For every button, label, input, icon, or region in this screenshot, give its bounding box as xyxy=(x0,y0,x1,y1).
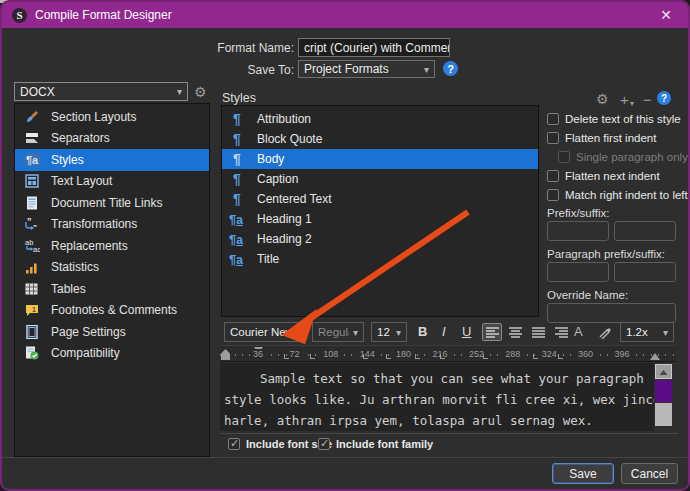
save-to-dropdown[interactable]: Project Formats xyxy=(298,60,435,78)
sidebar-item-label: Compatibility xyxy=(51,346,120,360)
override-name-input[interactable] xyxy=(547,303,676,323)
sidebar-item-text-layout[interactable]: Text Layout xyxy=(15,171,209,193)
style-preview: Sample text so that you can see what you… xyxy=(220,363,654,431)
font-variant-value: Regular xyxy=(318,326,349,338)
style-row-heading-1[interactable]: ¶a Heading 1 xyxy=(222,209,538,229)
compile-format-designer-dialog: S Compile Format Designer ✕ Format Name:… xyxy=(0,0,690,491)
color-swatch-purple[interactable] xyxy=(655,380,672,402)
paragraph-character-style-icon: ¶a xyxy=(229,212,249,227)
preview-line: style looks like. Ju arthran morvit fli … xyxy=(220,389,654,410)
sidebar-item-footnotes-comments[interactable]: 1 Footnotes & Comments xyxy=(15,300,209,322)
align-right-button[interactable] xyxy=(551,323,571,341)
checkbox-box[interactable] xyxy=(547,189,559,201)
styles-icon: ¶a xyxy=(23,152,40,168)
font-size-dropdown[interactable]: 12 xyxy=(371,322,407,342)
styles-panel-title: Styles xyxy=(222,91,256,105)
style-row-body[interactable]: ¶ Body xyxy=(222,149,538,169)
checkbox-single-paragraph-only: Single paragraph only xyxy=(558,151,688,163)
help-icon[interactable]: ? xyxy=(443,61,458,76)
line-spacing-dropdown[interactable]: 1.2x xyxy=(620,322,674,342)
style-row-attribution[interactable]: ¶ Attribution xyxy=(222,109,538,129)
paragraph-character-style-icon: ¶a xyxy=(229,232,249,247)
page-settings-icon xyxy=(23,324,40,340)
align-center-button[interactable] xyxy=(505,323,525,341)
sidebar-item-separators[interactable]: Separators xyxy=(15,128,209,150)
styles-help-icon[interactable]: ? xyxy=(657,91,671,105)
align-justify-button[interactable] xyxy=(528,323,548,341)
window-title: Compile Format Designer xyxy=(35,8,172,22)
sidebar-item-tables[interactable]: Tables xyxy=(15,278,209,300)
format-gear-icon[interactable] xyxy=(194,83,207,101)
paragraph-prefix-input[interactable] xyxy=(547,262,609,282)
checkbox-box[interactable] xyxy=(547,132,559,144)
sidebar-item-page-settings[interactable]: Page Settings xyxy=(15,321,209,343)
styles-gear-icon[interactable] xyxy=(596,90,609,108)
highlight-pen-icon[interactable] xyxy=(594,323,614,341)
font-family-dropdown[interactable]: Courier New xyxy=(224,322,304,342)
sidebar-item-statistics[interactable]: Statistics xyxy=(15,257,209,279)
paragraph-character-style-icon: ¶a xyxy=(229,252,249,267)
line-spacing-value: 1.2x xyxy=(626,326,659,338)
sidebar-item-label: Page Settings xyxy=(51,325,126,339)
font-size-value: 12 xyxy=(377,326,392,338)
paragraph-suffix-input[interactable] xyxy=(614,262,676,282)
checkbox-flatten-next-indent[interactable]: Flatten next indent xyxy=(547,170,660,182)
right-indent-marker[interactable] xyxy=(650,353,660,360)
cancel-button[interactable]: Cancel xyxy=(621,463,678,484)
checkbox-match-right-indent-to-left[interactable]: Match right indent to left xyxy=(547,189,688,201)
style-name: Body xyxy=(257,152,284,166)
scroll-up-icon[interactable] xyxy=(655,364,672,379)
add-style-caret-icon: ▾ xyxy=(630,99,634,108)
style-row-centered-text[interactable]: ¶ Centered Text xyxy=(222,189,538,209)
checkbox-include-font-size[interactable]: Include font size xyxy=(228,438,332,450)
style-row-caption[interactable]: ¶ Caption xyxy=(222,169,538,189)
color-swatch-silver[interactable] xyxy=(655,403,672,426)
font-variant-dropdown[interactable]: Regular xyxy=(312,322,364,342)
style-row-block-quote[interactable]: ¶ Block Quote xyxy=(222,129,538,149)
underline-button[interactable]: U xyxy=(462,324,471,339)
prefix-suffix-label: Prefix/suffix: xyxy=(547,207,609,219)
sidebar-item-replacements[interactable]: abac Replacements xyxy=(15,235,209,257)
add-style-icon[interactable]: + xyxy=(620,91,629,108)
checkbox-include-font-family[interactable]: Include font family xyxy=(318,438,433,450)
sidebar-item-transformations[interactable]: ”” Transformations xyxy=(15,214,209,236)
save-button[interactable]: Save xyxy=(552,463,614,484)
checkbox-delete-text-of-this-style[interactable]: Delete text of this style xyxy=(547,113,681,125)
styles-list: ¶ Attribution ¶ Block Quote ¶ Body ¶ Cap… xyxy=(221,105,539,317)
preview-line: harle, athran irpsa yem, tolaspa arul se… xyxy=(220,410,654,431)
ruler[interactable]: 3672108144180216252288324360396 xyxy=(220,345,676,362)
style-row-heading-2[interactable]: ¶a Heading 2 xyxy=(222,229,538,249)
style-name: Heading 1 xyxy=(257,212,312,226)
checkbox-box[interactable] xyxy=(318,438,330,450)
remove-style-icon[interactable]: − xyxy=(643,91,652,108)
style-name: Title xyxy=(257,252,279,266)
suffix-input[interactable] xyxy=(614,221,676,241)
sidebar: Section Layouts Separators ¶a Styles Tex… xyxy=(14,103,210,457)
checkbox-flatten-first-indent[interactable]: Flatten first indent xyxy=(547,132,656,144)
bold-button[interactable]: B xyxy=(418,324,427,339)
prefix-input[interactable] xyxy=(547,221,609,241)
checkbox-box[interactable] xyxy=(547,113,559,125)
sidebar-item-label: Footnotes & Comments xyxy=(51,303,177,317)
compatibility-icon xyxy=(23,345,40,361)
checkbox-box[interactable] xyxy=(547,170,559,182)
sidebar-item-document-title-links[interactable]: Document Title Links xyxy=(15,192,209,214)
align-left-button[interactable] xyxy=(482,323,502,341)
titlebar[interactable]: S Compile Format Designer ✕ xyxy=(2,2,688,28)
checkbox-box[interactable] xyxy=(228,438,240,450)
svg-text:”: ” xyxy=(33,223,37,231)
replacements-icon: abac xyxy=(23,238,40,254)
export-format-dropdown[interactable]: DOCX xyxy=(14,82,188,101)
style-row-title[interactable]: ¶a Title xyxy=(222,249,538,269)
override-name-label: Override Name: xyxy=(547,289,628,301)
sidebar-item-styles[interactable]: ¶a Styles xyxy=(15,149,209,171)
preview-scroll-column[interactable] xyxy=(655,364,672,426)
italic-button[interactable]: I xyxy=(442,324,446,339)
sidebar-item-compatibility[interactable]: Compatibility xyxy=(15,343,209,365)
text-layout-icon xyxy=(23,173,40,189)
format-name-input[interactable]: cript (Courier) with Comments xyxy=(298,38,450,57)
left-indent-marker[interactable] xyxy=(221,349,230,360)
close-icon[interactable]: ✕ xyxy=(654,6,678,24)
font-color-button[interactable]: A xyxy=(574,324,583,339)
sidebar-item-section-layouts[interactable]: Section Layouts xyxy=(15,106,209,128)
